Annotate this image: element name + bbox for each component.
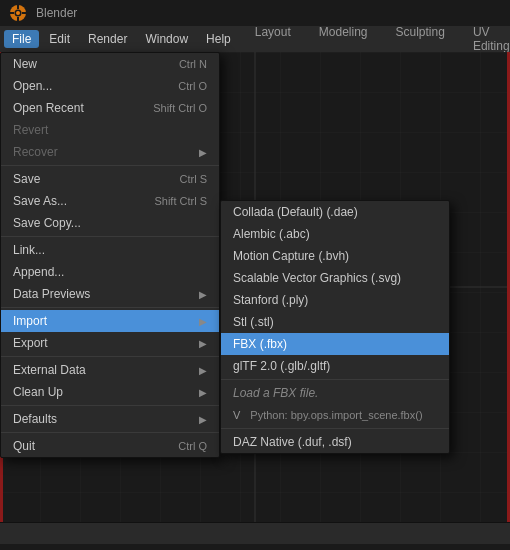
- menu-save[interactable]: Save Ctrl S: [1, 168, 219, 190]
- menu-save-copy[interactable]: Save Copy...: [1, 212, 219, 234]
- file-dropdown: New Ctrl N Open... Ctrl O Open Recent Sh…: [0, 52, 220, 458]
- menu-open-recent[interactable]: Open Recent Shift Ctrl O: [1, 97, 219, 119]
- import-collada[interactable]: Collada (Default) (.dae): [221, 201, 449, 223]
- file-dropdown-menu: New Ctrl N Open... Ctrl O Open Recent Sh…: [0, 52, 220, 458]
- menu-window[interactable]: Window: [137, 30, 196, 48]
- menu-import[interactable]: Import ▶: [1, 310, 219, 332]
- tab-sculpting[interactable]: Sculpting: [382, 21, 459, 43]
- import-alembic[interactable]: Alembic (.abc): [221, 223, 449, 245]
- import-fbx-info: Load a FBX file.: [221, 382, 449, 404]
- menu-quit[interactable]: Quit Ctrl Q: [1, 435, 219, 457]
- tab-layout[interactable]: Layout: [241, 21, 305, 43]
- import-submenu-menu: Collada (Default) (.dae) Alembic (.abc) …: [220, 200, 450, 454]
- import-submenu: Collada (Default) (.dae) Alembic (.abc) …: [220, 200, 450, 454]
- import-stl[interactable]: Stl (.stl): [221, 311, 449, 333]
- tab-modeling[interactable]: Modeling: [305, 21, 382, 43]
- menu-data-previews[interactable]: Data Previews ▶: [1, 283, 219, 305]
- menu-defaults[interactable]: Defaults ▶: [1, 408, 219, 430]
- menu-open[interactable]: Open... Ctrl O: [1, 75, 219, 97]
- svg-point-2: [16, 11, 20, 15]
- menu-render[interactable]: Render: [80, 30, 135, 48]
- menu-revert[interactable]: Revert: [1, 119, 219, 141]
- import-svg[interactable]: Scalable Vector Graphics (.svg): [221, 267, 449, 289]
- menu-help[interactable]: Help: [198, 30, 239, 48]
- import-daz[interactable]: DAZ Native (.duf, .dsf): [221, 431, 449, 453]
- app-title: Blender: [36, 6, 77, 20]
- menu-recover[interactable]: Recover ▶: [1, 141, 219, 163]
- menu-link[interactable]: Link...: [1, 239, 219, 261]
- menu-bar: File Edit Render Window Help Layout Mode…: [0, 26, 510, 52]
- import-motion-capture[interactable]: Motion Capture (.bvh): [221, 245, 449, 267]
- import-fbx-python: V Python: bpy.ops.import_scene.fbx(): [221, 404, 449, 426]
- menu-export[interactable]: Export ▶: [1, 332, 219, 354]
- blender-logo: [8, 3, 28, 23]
- menu-append[interactable]: Append...: [1, 261, 219, 283]
- import-fbx[interactable]: FBX (.fbx): [221, 333, 449, 355]
- menu-file[interactable]: File: [4, 30, 39, 48]
- menu-new[interactable]: New Ctrl N: [1, 53, 219, 75]
- menu-save-as[interactable]: Save As... Shift Ctrl S: [1, 190, 219, 212]
- import-gltf[interactable]: glTF 2.0 (.glb/.gltf): [221, 355, 449, 377]
- import-stanford[interactable]: Stanford (.ply): [221, 289, 449, 311]
- menu-edit[interactable]: Edit: [41, 30, 78, 48]
- bottom-strip: [0, 522, 510, 544]
- menu-clean-up[interactable]: Clean Up ▶: [1, 381, 219, 403]
- menu-external-data[interactable]: External Data ▶: [1, 359, 219, 381]
